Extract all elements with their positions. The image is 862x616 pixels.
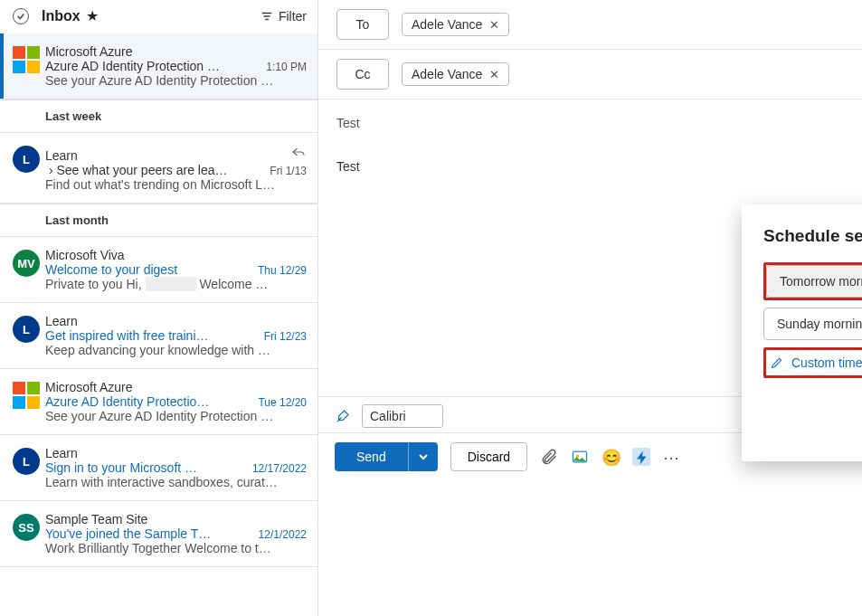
- sender-name: Microsoft Azure: [45, 380, 307, 394]
- message-preview: Learn with interactive sandboxes, curat…: [45, 475, 307, 489]
- schedule-option-tomorrow[interactable]: Tomorrow morning Wed 8:00 AM: [766, 265, 862, 298]
- quick-actions-icon[interactable]: [632, 448, 650, 466]
- remove-chip-icon[interactable]: ✕: [489, 18, 499, 32]
- message-date: Fri 1/13: [270, 165, 307, 177]
- message-date: Tue 12/20: [258, 396, 307, 409]
- sender-avatar: L: [13, 448, 40, 475]
- font-selector[interactable]: Calibri: [362, 404, 443, 428]
- emoji-icon[interactable]: 😊: [602, 448, 620, 466]
- to-button[interactable]: To: [336, 9, 389, 40]
- option-label: Sunday morning: [777, 317, 862, 331]
- message-item[interactable]: SS Sample Team Site You've joined the Sa…: [0, 501, 317, 567]
- sender-avatar: SS: [13, 514, 40, 541]
- replied-icon: [290, 144, 307, 160]
- sender-avatar: [13, 46, 40, 73]
- message-list-pane: Inbox ★ Filter Microsoft Azure Azure AD …: [0, 0, 318, 616]
- message-subject: Welcome to your digest: [45, 262, 251, 277]
- highlight-box: Custom time: [763, 347, 862, 378]
- message-body[interactable]: Test: [318, 136, 862, 197]
- custom-time-label: Custom time: [791, 355, 862, 370]
- recipient-chip[interactable]: Adele Vance ✕: [402, 13, 509, 36]
- message-subject: You've joined the Sample T…: [45, 526, 251, 541]
- message-preview: Find out what's trending on Microsoft L…: [45, 177, 307, 192]
- discard-button[interactable]: Discard: [450, 442, 527, 471]
- dialog-title: Schedule send: [763, 226, 862, 246]
- sender-avatar: [13, 382, 40, 409]
- message-preview: Keep advancing your knowledge with …: [45, 343, 307, 357]
- option-label: Tomorrow morning: [780, 274, 862, 289]
- remove-chip-icon[interactable]: ✕: [489, 68, 499, 81]
- sender-name: Microsoft Azure: [45, 44, 307, 59]
- send-options-button[interactable]: [408, 442, 438, 471]
- sender-avatar: L: [13, 146, 40, 173]
- message-date: 1:10 PM: [266, 61, 307, 73]
- cc-row: Cc Adele Vance ✕: [318, 50, 862, 100]
- sender-name: Learn: [45, 148, 290, 163]
- message-item[interactable]: Microsoft Azure Azure AD Identity Protec…: [0, 369, 317, 435]
- sender-avatar: MV: [13, 250, 40, 277]
- message-subject: › See what your peers are lea…: [45, 163, 262, 177]
- message-subject: Sign in to your Microsoft …: [45, 460, 245, 475]
- message-preview: See your Azure AD Identity Protection …: [45, 409, 307, 423]
- svg-point-10: [576, 455, 579, 458]
- message-item[interactable]: Microsoft Azure Azure AD Identity Protec…: [0, 33, 317, 100]
- to-row: To Adele Vance ✕: [318, 0, 862, 50]
- message-subject: Get inspired with free traini…: [45, 328, 257, 343]
- sender-name: Learn: [45, 446, 307, 460]
- message-subject: Azure AD Identity Protection …: [45, 59, 259, 73]
- message-date: 12/17/2022: [252, 462, 307, 475]
- filter-button[interactable]: Filter: [260, 9, 307, 24]
- message-preview: Private to you Hi, xxxxxxxx Welcome …: [45, 277, 307, 291]
- subject-field[interactable]: Test: [318, 100, 862, 136]
- filter-label: Filter: [279, 9, 307, 24]
- clear-formatting-icon[interactable]: [335, 408, 351, 424]
- recipient-name: Adele Vance: [412, 17, 482, 32]
- more-actions-icon[interactable]: ⋯: [663, 448, 681, 466]
- message-date: 12/1/2022: [259, 528, 307, 541]
- compose-pane: To Adele Vance ✕ Cc Adele Vance ✕ Test T…: [318, 0, 862, 616]
- section-last-week: Last week: [0, 100, 317, 133]
- cc-button[interactable]: Cc: [336, 59, 389, 90]
- sender-name: Learn: [45, 314, 307, 328]
- custom-time-button[interactable]: Custom time: [768, 352, 862, 374]
- sender-avatar: L: [13, 316, 40, 343]
- highlight-box: Tomorrow morning Wed 8:00 AM: [763, 262, 862, 300]
- attach-icon[interactable]: [540, 448, 558, 466]
- selection-bar: [0, 33, 4, 99]
- message-preview: Work Brilliantly Together Welcome to t…: [45, 541, 307, 555]
- message-item[interactable]: L Learn › See what your peers are lea…Fr…: [0, 133, 317, 204]
- message-item[interactable]: L Learn Sign in to your Microsoft …12/17…: [0, 435, 317, 501]
- favorite-star-icon[interactable]: ★: [86, 7, 99, 24]
- schedule-option-sunday[interactable]: Sunday morning Sun 8:00 AM: [763, 308, 862, 340]
- section-last-month: Last month: [0, 204, 317, 237]
- message-preview: See your Azure AD Identity Protection …: [45, 73, 307, 88]
- message-item[interactable]: MV Microsoft Viva Welcome to your digest…: [0, 237, 317, 303]
- message-date: Thu 12/29: [258, 264, 307, 277]
- sender-name: Microsoft Viva: [45, 248, 307, 262]
- message-date: Fri 12/23: [264, 330, 307, 343]
- sender-name: Sample Team Site: [45, 512, 307, 526]
- message-subject: Azure AD Identity Protectio…: [45, 394, 251, 409]
- recipient-chip[interactable]: Adele Vance ✕: [402, 62, 509, 86]
- send-split-button: Send: [335, 442, 438, 471]
- folder-header: Inbox ★ Filter: [0, 0, 317, 33]
- schedule-send-dialog: Schedule send Tomorrow morning Wed 8:00 …: [742, 204, 862, 461]
- send-button[interactable]: Send: [335, 442, 408, 471]
- recipient-name: Adele Vance: [412, 67, 482, 81]
- folder-name: Inbox: [42, 8, 81, 24]
- select-all-toggle[interactable]: [13, 8, 29, 24]
- insert-picture-icon[interactable]: [571, 448, 589, 466]
- message-item[interactable]: L Learn Get inspired with free traini…Fr…: [0, 303, 317, 369]
